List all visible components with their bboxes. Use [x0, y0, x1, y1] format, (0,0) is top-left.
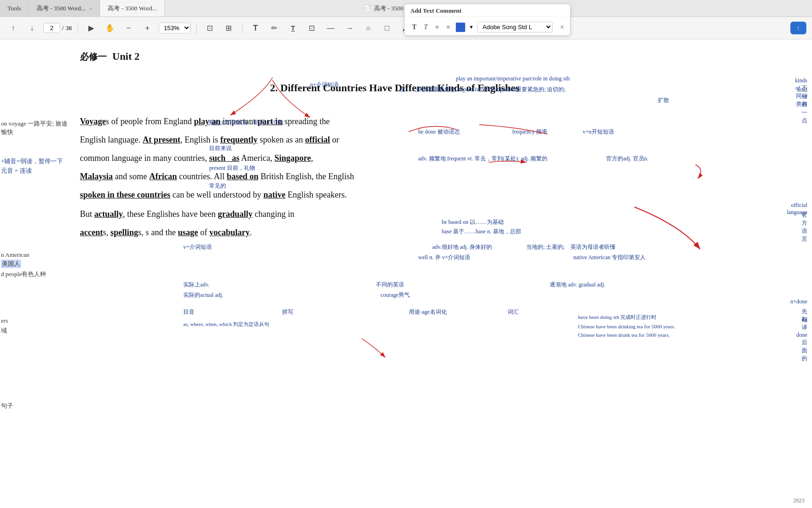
word-malaysia: Malaysia [80, 172, 113, 181]
note-have-been-doing: have been doing sth 完成时正进行时 [578, 312, 656, 322]
unit-title-en: Unit 2 [112, 47, 140, 67]
word-gradually: gradually [218, 209, 252, 219]
p2-line2: accents, spellings, s and the usage of v… [80, 224, 710, 241]
p1-line4: Malaysia and some African countries. All… [80, 168, 710, 185]
left-note-voyage: on voyage 一路平安; 旅途愉快 [1, 119, 73, 136]
note-native-american: native American 专指印第安人 [573, 252, 646, 263]
p1-line5: spoken in these countries can be well un… [80, 187, 710, 203]
color-dropdown-icon[interactable]: ▼ [469, 24, 474, 30]
left-note-sentence: 句子 [1, 402, 13, 410]
note-actually-cn1: 实际上adv. [183, 279, 210, 290]
p2-line1: But actually, these Englishes have been … [80, 206, 710, 222]
comment-bar-controls: T T ≡ ≡ ▼ Adobe Song Std L × [410, 22, 564, 32]
note-voyage-cn: 航行;(尤指)航海，航天 n+介短 [209, 117, 284, 128]
right-n-done: n+done [790, 298, 807, 305]
p1-line1: Voyages of people from England play an i… [80, 113, 710, 130]
left-note-weak: +辅音=弱读，暂停一下 [1, 157, 63, 166]
left-note-ers: ers [1, 317, 8, 325]
note-common-cn: 常见的 [209, 181, 226, 191]
note-play-role-cn: 在……扮演着重要角色 imperative 替代important重要紧急的; … [399, 84, 566, 95]
word-singapore: Singapore [274, 153, 311, 163]
page-input[interactable] [43, 23, 60, 33]
italic-text-icon[interactable]: T [422, 23, 429, 32]
page-total: 38 [66, 24, 72, 32]
prev-page-btn[interactable]: ↑ [6, 21, 21, 36]
crop-tool[interactable]: ⊡ [304, 21, 320, 36]
sep-3 [242, 23, 242, 34]
article-title: 2. Different Countries Have Different Ki… [80, 78, 710, 98]
left-note-colored: d people有色人种 [1, 270, 46, 278]
zoom-out[interactable]: − [121, 21, 136, 36]
word-spellings: spelling [110, 228, 138, 237]
right-official-language-cn: 官方语言 [802, 211, 807, 243]
main-content: on voyage 一路平安; 旅途愉快 +辅音=弱读，暂停一下 元音 = 连读… [0, 40, 812, 508]
next-page-btn[interactable]: ↓ [24, 21, 39, 36]
comment-close-btn[interactable]: × [560, 23, 564, 32]
left-note-american: n American [1, 251, 29, 259]
line-tool[interactable]: — [323, 21, 338, 36]
right-translate-done: 先翻译done 后面的 [796, 308, 807, 363]
note-native-cn: 当地的; 土著的; 英语为母语者听懂 [526, 242, 616, 253]
phrase-spoken-in: spoken in these countries [80, 190, 171, 199]
tab-1-label: 高考 - 3500 Word... [37, 4, 86, 13]
phrase-at-present: At present [142, 135, 180, 144]
comment-bar-title: Add Text Comment [410, 7, 564, 17]
bold-text-icon[interactable]: T [410, 23, 418, 32]
circle-tool[interactable]: ○ [361, 21, 376, 36]
word-official: official [305, 135, 330, 144]
note-n-prep: n+介词短语 [310, 79, 339, 90]
square-tool[interactable]: □ [380, 21, 395, 36]
unit-title: 必修一 Unit 2 [80, 47, 710, 67]
sep-2 [196, 23, 197, 34]
text-tool[interactable]: T [248, 21, 263, 36]
note-be-done: be done 被动语态 [418, 127, 460, 137]
arrow-tool[interactable]: → [342, 21, 357, 36]
comment-bar: Add Text Comment T T ≡ ≡ ▼ Adobe Song St… [404, 4, 570, 36]
align-left-icon[interactable]: ≡ [433, 23, 441, 32]
note-usage-cn: 用途-age名词化 [409, 307, 447, 318]
note-gradually-cn: 逐渐地 adv. gradual adj. [550, 279, 605, 290]
tab-1-close[interactable]: × [89, 6, 92, 11]
tab-area: Tools 高考 - 3500 Word... × 高考 - 3500 Word… [0, 0, 165, 16]
hand-tool[interactable]: ✋ [102, 21, 117, 36]
word-vocabulary: vocabulary [210, 228, 250, 237]
page-nav: / 38 [43, 23, 72, 33]
font-select[interactable]: Adobe Song Std L [477, 22, 553, 32]
note-vocabulary-cn: 词汇 [508, 307, 519, 318]
left-note-domain: 域 [1, 326, 7, 335]
note-at-present-cn: 目前来说 [209, 143, 232, 154]
word-accents: accent [80, 228, 103, 237]
word-voyages: Voyage [80, 117, 106, 126]
page-sep: / [62, 24, 64, 32]
zoom-select[interactable]: 153% 100% 75% 50% [159, 23, 191, 33]
tools-tab[interactable]: Tools [0, 0, 29, 16]
right-kind-of: kind of 有一点 [797, 87, 807, 125]
zoom-in[interactable]: + [140, 21, 155, 36]
word-usage: usage [178, 228, 198, 237]
note-v-prep: v+介词短语 [183, 242, 212, 253]
left-note-liaison: 元音 = 连读 [1, 167, 32, 175]
text-edit-tool[interactable]: T [286, 21, 301, 36]
unit-title-cn: 必修一 [80, 48, 107, 65]
note-play-role: play an important/imperative part/role i… [456, 73, 570, 84]
cursor-tool[interactable]: ▶ [84, 21, 99, 36]
left-note-chinese-american: 美国人 [1, 260, 21, 268]
sep-1 [78, 23, 78, 34]
note-base-cn: base 基于……base n. 基地，总部 [442, 226, 521, 237]
note-actual-adj: 实际的actual adj. [183, 290, 223, 301]
page-number: 2023 [793, 497, 804, 504]
color-picker[interactable] [456, 23, 465, 32]
note-spelling-cn: 拼写 [282, 307, 293, 318]
note-courage: courage男气 [381, 290, 410, 301]
word-native: native [263, 190, 285, 199]
snap-tool[interactable]: ⊞ [221, 21, 236, 36]
select-area[interactable]: ⊡ [203, 21, 218, 36]
pencil-tool[interactable]: ✏ [267, 21, 282, 36]
p1-line2: English language. At present, English is… [80, 132, 710, 148]
share-btn[interactable]: ↑ [790, 22, 807, 34]
tab-2[interactable]: 高考 - 3500 Word... [100, 0, 164, 16]
note-official-cn: 官方的adj. 官员n. [606, 153, 648, 164]
tab-1[interactable]: 高考 - 3500 Word... × [29, 0, 101, 16]
note-englishes-cn: 不同的英语 [376, 279, 404, 290]
align-right-icon[interactable]: ≡ [445, 23, 452, 32]
